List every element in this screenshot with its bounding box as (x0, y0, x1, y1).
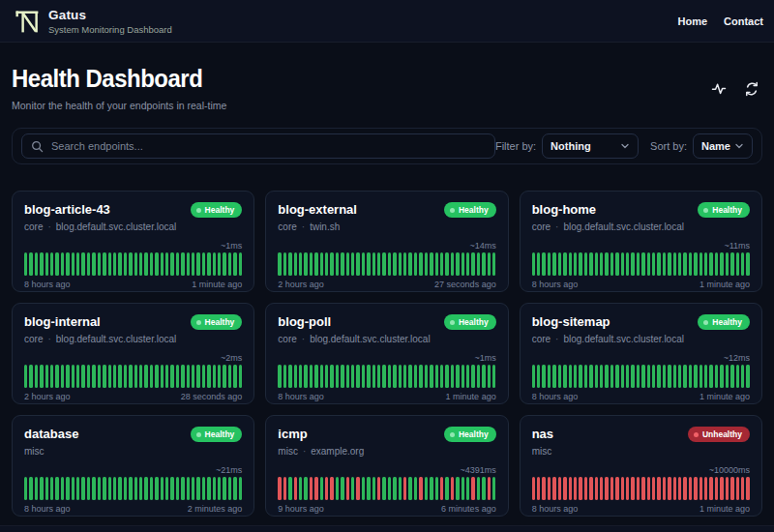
uptime-bar[interactable] (223, 252, 225, 276)
uptime-bar[interactable] (192, 365, 194, 388)
uptime-bar[interactable] (139, 365, 142, 388)
uptime-bar[interactable] (689, 477, 692, 500)
uptime-bar[interactable] (129, 252, 132, 276)
uptime-bar[interactable] (76, 477, 79, 500)
uptime-bars[interactable] (532, 477, 750, 500)
brand[interactable]: Gatus System Monitoring Dashboard (14, 8, 172, 35)
uptime-bar[interactable] (330, 365, 333, 388)
uptime-bar[interactable] (202, 477, 205, 500)
endpoint-card[interactable]: nas Unhealthy misc· ~10000ms 8 hours ago… (520, 415, 762, 517)
uptime-bar[interactable] (414, 252, 417, 276)
uptime-bar[interactable] (537, 365, 540, 388)
uptime-bar[interactable] (367, 252, 370, 276)
uptime-bar[interactable] (492, 477, 495, 500)
uptime-bar[interactable] (700, 252, 702, 276)
uptime-bar[interactable] (600, 365, 603, 388)
uptime-bar[interactable] (579, 477, 581, 500)
uptime-bar[interactable] (35, 365, 38, 388)
uptime-bar[interactable] (673, 477, 676, 500)
uptime-bar[interactable] (709, 365, 712, 388)
uptime-bar[interactable] (341, 252, 343, 276)
endpoint-card[interactable]: icmp Healthy misc·example.org ~4391ms 9 … (265, 415, 508, 517)
uptime-bar[interactable] (66, 477, 69, 500)
uptime-bar[interactable] (372, 365, 375, 388)
uptime-bar[interactable] (451, 365, 454, 388)
uptime-bar[interactable] (435, 477, 438, 500)
uptime-bar[interactable] (341, 477, 343, 500)
uptime-bar[interactable] (377, 365, 380, 388)
uptime-bar[interactable] (694, 252, 697, 276)
uptime-bar[interactable] (192, 252, 194, 276)
uptime-bar[interactable] (233, 365, 236, 388)
uptime-bars[interactable] (532, 365, 750, 388)
uptime-bar[interactable] (66, 365, 69, 388)
uptime-bar[interactable] (118, 365, 121, 388)
uptime-bar[interactable] (113, 252, 116, 276)
uptime-bar[interactable] (314, 365, 317, 388)
uptime-bar[interactable] (113, 477, 116, 500)
uptime-bar[interactable] (579, 252, 581, 276)
uptime-bar[interactable] (382, 365, 385, 388)
uptime-bar[interactable] (471, 252, 474, 276)
uptime-bar[interactable] (278, 365, 281, 388)
uptime-bar[interactable] (223, 365, 225, 388)
uptime-bar[interactable] (207, 252, 210, 276)
uptime-bar[interactable] (218, 365, 221, 388)
uptime-bar[interactable] (24, 365, 27, 388)
uptime-bar[interactable] (124, 252, 127, 276)
uptime-bar[interactable] (558, 477, 561, 500)
uptime-bar[interactable] (314, 477, 317, 500)
uptime-bar[interactable] (304, 477, 307, 500)
uptime-bar[interactable] (50, 365, 53, 388)
uptime-bar[interactable] (532, 252, 535, 276)
uptime-bar[interactable] (563, 477, 566, 500)
uptime-bar[interactable] (367, 477, 370, 500)
uptime-bar[interactable] (192, 477, 194, 500)
endpoint-card[interactable]: database Healthy misc· ~21ms 8 hours ago… (12, 415, 254, 517)
uptime-bar[interactable] (155, 477, 158, 500)
uptime-bar[interactable] (124, 365, 127, 388)
uptime-bar[interactable] (615, 365, 618, 388)
uptime-bar[interactable] (218, 252, 221, 276)
uptime-bar[interactable] (641, 365, 644, 388)
uptime-bar[interactable] (108, 252, 111, 276)
uptime-bar[interactable] (574, 477, 577, 500)
uptime-bar[interactable] (144, 365, 147, 388)
uptime-bar[interactable] (377, 252, 380, 276)
uptime-bar[interactable] (430, 252, 432, 276)
uptime-bar[interactable] (552, 477, 555, 500)
endpoint-card[interactable]: blog-poll Healthy core·blog.default.svc.… (265, 303, 508, 404)
uptime-bar[interactable] (408, 252, 411, 276)
uptime-bar[interactable] (694, 477, 697, 500)
uptime-bar[interactable] (621, 365, 624, 388)
uptime-bar[interactable] (288, 365, 291, 388)
uptime-bar[interactable] (346, 365, 349, 388)
uptime-bar[interactable] (336, 365, 339, 388)
uptime-bar[interactable] (746, 252, 749, 276)
uptime-bar[interactable] (414, 477, 417, 500)
uptime-bar[interactable] (657, 365, 660, 388)
uptime-bar[interactable] (456, 365, 459, 388)
uptime-bar[interactable] (730, 252, 733, 276)
uptime-bar[interactable] (542, 365, 545, 388)
uptime-bar[interactable] (325, 477, 328, 500)
uptime-bar[interactable] (746, 365, 749, 388)
uptime-bar[interactable] (715, 365, 718, 388)
uptime-bar[interactable] (663, 252, 666, 276)
uptime-bar[interactable] (92, 252, 95, 276)
uptime-bar[interactable] (574, 365, 577, 388)
uptime-bar[interactable] (430, 477, 432, 500)
uptime-bar[interactable] (720, 252, 723, 276)
uptime-bar[interactable] (278, 252, 281, 276)
uptime-bar[interactable] (377, 477, 380, 500)
uptime-bar[interactable] (595, 365, 598, 388)
sort-select[interactable]: Name (693, 133, 753, 159)
uptime-bar[interactable] (165, 477, 168, 500)
uptime-bar[interactable] (419, 477, 422, 500)
uptime-bar[interactable] (626, 365, 629, 388)
uptime-bar[interactable] (362, 365, 365, 388)
uptime-bar[interactable] (176, 477, 179, 500)
uptime-bar[interactable] (445, 477, 448, 500)
uptime-bar[interactable] (61, 477, 64, 500)
uptime-bar[interactable] (579, 365, 581, 388)
